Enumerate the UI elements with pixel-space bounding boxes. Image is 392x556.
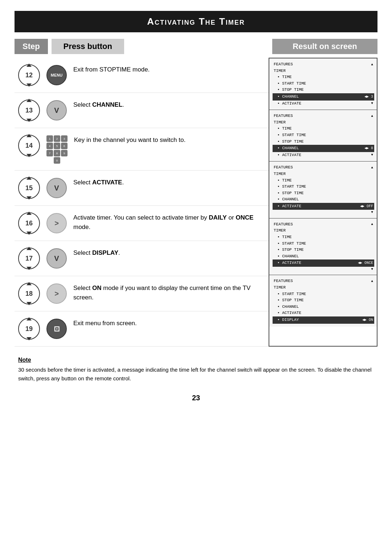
screen-line: • ACTIVATE▼ (274, 152, 373, 159)
screen-line: • START TIME (274, 241, 373, 247)
screen-line-label: • STOP TIME (274, 247, 373, 253)
step-button[interactable]: V (46, 178, 67, 198)
main-content: 12MENUExit from STOPTIME mode.13VSelect … (15, 58, 377, 347)
step-header: Step (15, 39, 48, 54)
up-arrow-icon: ▲ (371, 222, 373, 227)
screen-line: • CHANNEL (274, 253, 373, 260)
screen-line-label: • ACTIVATE (274, 203, 360, 210)
steps-column: 12MENUExit from STOPTIME mode.13VSelect … (15, 58, 269, 347)
step-button[interactable]: V (46, 100, 67, 120)
screen-line: • STOP TIME (274, 297, 373, 304)
num-key[interactable]: 9 (61, 150, 68, 156)
screen-line: • START TIME (274, 81, 373, 87)
screen-line-label: TIMER (274, 285, 373, 291)
screen-line-label: FEATURES (274, 113, 371, 119)
result-header: Result on screen (272, 39, 377, 54)
num-key[interactable]: 4 (46, 143, 53, 149)
screen-line-label: • START TIME (274, 291, 373, 298)
screen-panel: FEATURES▲TIMER• TIME• START TIME• STOP T… (269, 162, 377, 218)
note-section: Note 30 seconds before the timer is acti… (15, 357, 377, 383)
screen-line-label: • CHANNEL (274, 145, 364, 152)
screen-line: • TIME (274, 234, 373, 241)
step-row: 18>Select ON mode if you want to display… (15, 276, 269, 311)
step-description: Select ACTIVATE. (73, 177, 265, 187)
num-key[interactable]: 1 (46, 135, 53, 142)
screen-line-label: FEATURES (274, 278, 371, 285)
arrow-indicator: ◀▶ 3 (364, 94, 373, 100)
screen-line: • TIME (274, 126, 373, 132)
num-key[interactable]: 3 (61, 135, 68, 142)
screen-panel: FEATURES▲TIMER• TIME• START TIME• STOP T… (269, 110, 377, 162)
screen-line-label: TIMER (274, 228, 373, 234)
screen-line: • STOP TIME (274, 87, 373, 93)
screen-line: FEATURES▲ (274, 113, 373, 119)
screen-line-label: • CHANNEL (274, 304, 373, 310)
step-button[interactable]: > (46, 283, 67, 304)
step-button[interactable]: MENU (46, 65, 67, 85)
screen-line-label: • START TIME (274, 132, 373, 139)
press-header: Press button (52, 39, 124, 54)
screen-line-label: • START TIME (274, 81, 373, 87)
screen-line-label: • STOP TIME (274, 190, 373, 197)
num-key[interactable]: 5 (54, 143, 60, 149)
step-button[interactable]: > (46, 213, 67, 233)
screen-line: TIMER (274, 119, 373, 126)
num-key[interactable]: 2 (54, 135, 60, 142)
screen-line-label: • ACTIVATE (274, 152, 371, 159)
page-title: Activating The Timer (15, 11, 377, 32)
header-row: Step Press button Result on screen (15, 39, 377, 54)
screen-line: TIMER (274, 171, 373, 177)
screen-line: • STOP TIME (274, 139, 373, 145)
down-arrow-icon: ▼ (371, 101, 373, 106)
step-button[interactable]: V (46, 248, 67, 269)
step-number-badge: 13 (18, 99, 40, 121)
screen-line: • CHANNEL (274, 196, 373, 203)
step-row: 17VSelect DISPLAY. (15, 241, 269, 276)
screen-line: • DISPLAY◀▶ ON (273, 316, 374, 324)
arrow-indicator: ◀▶ ON (362, 317, 373, 323)
screen-line-label: • ACTIVATE (274, 101, 371, 107)
screen-line: • TIME (274, 177, 373, 184)
step-number-badge: 19 (18, 318, 40, 340)
step-description: Exit from STOPTIME mode. (73, 64, 265, 74)
screen-line-label: FEATURES (274, 221, 371, 228)
screen-line-label: TIMER (274, 119, 373, 126)
screen-line: FEATURES▲ (274, 164, 373, 171)
arrow-indicator: ◀▶ OFF (360, 204, 373, 209)
screen-line: • ACTIVATE◀▶ OFF (273, 203, 374, 210)
screen-line: TIMER (274, 68, 373, 74)
num-key[interactable]: 0 (54, 157, 60, 164)
screen-line-label: • TIME (274, 74, 373, 81)
screen-line: • STOP TIME (274, 247, 373, 253)
screen-line-label: • ACTIVATE (274, 260, 358, 266)
arrow-indicator: ◀▶ ONCE (358, 260, 373, 266)
screen-line-label: • CHANNEL (274, 196, 373, 203)
num-key[interactable]: 8 (54, 150, 60, 156)
num-key[interactable]: 7 (46, 150, 53, 156)
step-row: 19⊡Exit menu from screen. (15, 311, 269, 347)
screen-line: • START TIME (274, 291, 373, 298)
screen-line: • START TIME (274, 132, 373, 139)
screen-line: • TIME (274, 74, 373, 81)
screen-line-label: • START TIME (274, 184, 373, 190)
num-key[interactable]: 6 (61, 143, 68, 149)
down-arrow-icon: ▼ (371, 152, 373, 158)
screen-line-label: FEATURES (274, 164, 371, 171)
step-row: 141234567890Key in the channel you want … (15, 128, 269, 171)
step-number-badge: 17 (18, 248, 40, 269)
screen-line-label: • TIME (274, 177, 373, 184)
note-text: 30 seconds before the timer is activated… (18, 365, 374, 383)
screen-line: FEATURES▲ (274, 278, 373, 285)
numpad-button[interactable]: 1234567890 (46, 135, 68, 164)
down-arrow-icon: ▼ (274, 267, 373, 272)
step-button[interactable]: ⊡ (46, 319, 67, 339)
screen-line: • STOP TIME (274, 190, 373, 197)
up-arrow-icon: ▲ (371, 279, 373, 284)
screen-line: • CHANNEL◀▶ 8 (273, 145, 374, 152)
screen-line-label: • START TIME (274, 241, 373, 247)
step-description: Activate timer. You can select to activa… (73, 212, 265, 232)
screen-line: • CHANNEL (274, 304, 373, 310)
screen-line-label: FEATURES (274, 61, 371, 68)
step-number-badge: 12 (18, 64, 40, 86)
up-arrow-icon: ▲ (371, 62, 373, 67)
